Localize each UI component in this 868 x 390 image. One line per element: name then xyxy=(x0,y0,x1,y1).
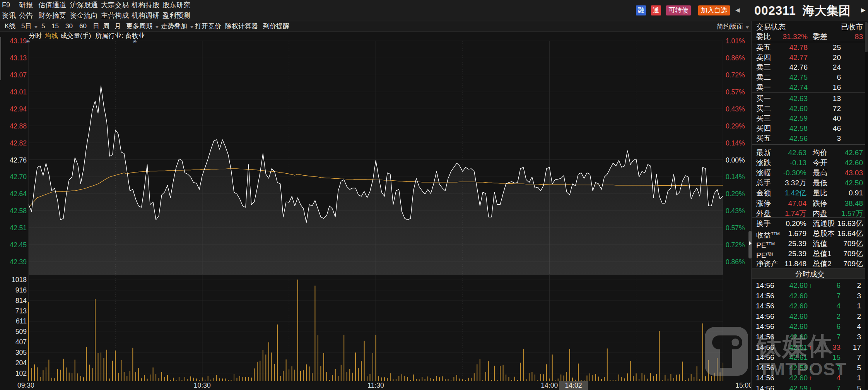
ask-price[interactable]: 42.76 xyxy=(789,62,808,72)
volume-bar xyxy=(185,377,185,381)
volume-bar xyxy=(413,375,414,381)
volume-bar xyxy=(670,374,671,381)
panel-scrollbar[interactable] xyxy=(865,22,868,389)
menu-item-估值通道[interactable]: 估值通道 xyxy=(38,0,70,10)
menu-item-机构持股[interactable]: 机构持股 xyxy=(132,0,162,10)
left-scrollbar[interactable] xyxy=(0,37,1,80)
ask-qty: 6 xyxy=(837,72,841,82)
toolbar-item-60[interactable]: 60 xyxy=(79,21,87,31)
ask-price[interactable]: 42.78 xyxy=(789,43,808,53)
toolbar-item-30[interactable]: 30 xyxy=(65,21,73,31)
volume-bar xyxy=(558,378,559,381)
detail-label-外盘: 外盘 xyxy=(756,209,771,219)
volume-bar xyxy=(231,380,232,381)
bid-price[interactable]: 42.63 xyxy=(789,94,808,104)
volume-bar xyxy=(309,366,310,381)
ask-qty: 20 xyxy=(833,53,841,63)
menu-item-沪深股通[interactable]: 沪深股通 xyxy=(70,0,101,10)
volume-bar xyxy=(190,376,191,381)
volume-bar xyxy=(248,377,249,381)
menu-item-财务摘要[interactable]: 财务摘要 xyxy=(38,10,70,21)
menu-item-股东研究[interactable]: 股东研究 xyxy=(162,0,193,10)
menu-item-资讯[interactable]: 资讯 xyxy=(2,10,19,21)
time-sales-row: 14:5642.60↑41 xyxy=(752,373,868,383)
volume-bar xyxy=(170,380,171,381)
toolbar-item-到价提醒[interactable]: 到价提醒 xyxy=(263,21,289,31)
volume-bar xyxy=(610,380,610,381)
stock-name: 海大集团 xyxy=(803,4,851,17)
bid-qty: 40 xyxy=(833,113,841,123)
toolbar-item-月[interactable]: 月 xyxy=(114,21,121,31)
volume-bar xyxy=(106,350,107,381)
subtoolbar-item-分时[interactable]: 分时 xyxy=(29,32,42,40)
volume-bar xyxy=(604,377,605,381)
toolbar-item-除权计算器[interactable]: 除权计算器 xyxy=(225,21,258,31)
toolbar-item-走势叠加[interactable]: 走势叠加▼ xyxy=(161,21,194,31)
tick-count: 3 xyxy=(857,332,861,342)
volume-bar xyxy=(691,374,692,381)
toolbar-item-打开竞价[interactable]: 打开竞价 xyxy=(195,21,221,31)
pct-axis-label: 0.86% xyxy=(726,54,745,62)
volume-bar xyxy=(384,377,385,381)
toolbar-item-更多周期[interactable]: 更多周期▼ xyxy=(126,21,159,31)
panel-scrollbar-thumb[interactable] xyxy=(865,22,868,52)
toolbar-item-5[interactable]: 5 xyxy=(41,21,45,31)
bid-price[interactable]: 42.58 xyxy=(789,123,808,133)
detail-row: PE(动)25.39总值1709亿 xyxy=(752,249,868,259)
menu-item-F9[interactable]: F9 xyxy=(2,0,19,10)
volume-bar xyxy=(95,299,96,381)
detail-label-涨停: 涨停 xyxy=(756,198,771,209)
volume-bar xyxy=(57,369,58,381)
intraday-chart: 43.1943.1343.0743.0142.9442.8842.8242.76… xyxy=(0,0,868,390)
convertible-bond-badge[interactable]: 可转债 xyxy=(666,5,691,15)
add-to-watchlist-button[interactable]: 加入自选 xyxy=(698,5,730,15)
bid-price[interactable]: 42.59 xyxy=(789,113,808,123)
ask-price[interactable]: 42.74 xyxy=(789,82,808,92)
menu-item-大宗交易[interactable]: 大宗交易 xyxy=(101,0,132,10)
volume-bar xyxy=(416,379,417,381)
toolbar-item-K线[interactable]: K线 xyxy=(5,21,15,31)
prev-stock-arrow-icon[interactable]: ◀ xyxy=(735,7,740,14)
toolbar-item-周[interactable]: 周 xyxy=(103,21,109,31)
volume-bar xyxy=(526,379,526,381)
volume-bar xyxy=(465,380,466,381)
tick-price: 42.61 xyxy=(789,352,808,363)
volume-bar xyxy=(422,377,422,381)
menu-item-公告[interactable]: 公告 xyxy=(19,10,38,21)
volume-bar xyxy=(268,342,269,381)
volume-bar xyxy=(685,380,686,381)
subtoolbar-item-所属行业: 畜牧业[interactable]: 所属行业: 畜牧业 xyxy=(95,32,145,40)
tick-count: 5 xyxy=(857,363,861,373)
subtoolbar-item-均线[interactable]: 均线 xyxy=(45,32,58,40)
volume-bar xyxy=(459,378,460,381)
volume-bar xyxy=(543,374,544,381)
volume-bar xyxy=(347,372,347,381)
volume-bar xyxy=(141,378,142,381)
tick-volume: 2 xyxy=(836,311,841,322)
menu-item-盈利预测[interactable]: 盈利预测 xyxy=(162,10,193,21)
menu-row-1: F9研报估值通道沪深股通大宗交易机构持股股东研究 xyxy=(2,0,193,10)
menu-item-资金流向[interactable]: 资金流向 xyxy=(70,10,101,21)
detail-value-涨幅: -0.30% xyxy=(783,168,806,178)
panel-collapse-handle[interactable] xyxy=(748,231,752,258)
volume-bar xyxy=(187,379,188,381)
toolbar-item-15[interactable]: 15 xyxy=(51,21,59,31)
bid-price[interactable]: 42.56 xyxy=(789,133,808,144)
toolbar-item-5日[interactable]: 5日▼ xyxy=(21,21,38,31)
next-stock-arrow-icon[interactable]: ▶ xyxy=(861,7,866,14)
detail-value-总值2: 709亿 xyxy=(843,259,863,269)
tick-volume: 4 xyxy=(836,301,841,311)
ask-price[interactable]: 42.77 xyxy=(789,53,808,63)
menu-item-机构调研[interactable]: 机构调研 xyxy=(132,10,162,21)
layout-dropdown[interactable]: 简约版面▼ xyxy=(717,21,749,32)
bid-price[interactable]: 42.60 xyxy=(789,104,808,114)
ask-price[interactable]: 42.75 xyxy=(789,72,808,82)
connect-badge[interactable]: 通 xyxy=(651,5,661,15)
volume-bar xyxy=(355,352,356,381)
margin-badge[interactable]: 融 xyxy=(636,5,646,15)
volume-bar xyxy=(124,372,125,381)
subtoolbar-item-成交量(手)[interactable]: 成交量(手) xyxy=(60,32,91,40)
menu-item-主营构成[interactable]: 主营构成 xyxy=(101,10,132,21)
toolbar-item-日[interactable]: 日 xyxy=(93,21,99,31)
menu-item-研报[interactable]: 研报 xyxy=(19,0,38,10)
